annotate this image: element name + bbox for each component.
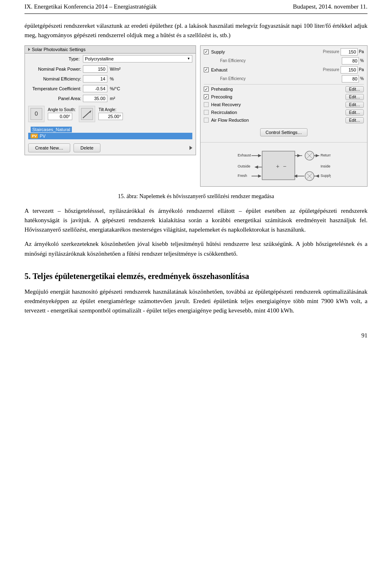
preheating-edit-button[interactable]: Edit… — [345, 86, 364, 92]
precooling-label: Precooling — [211, 94, 240, 99]
svg-text:Supply: Supply — [321, 174, 331, 178]
pv-label: PV — [40, 134, 46, 138]
svg-text:Return: Return — [321, 153, 331, 157]
section-number: 5. — [24, 272, 33, 281]
nominal-power-input[interactable] — [83, 65, 107, 73]
nominal-power-unit: W/m² — [109, 67, 120, 71]
type-label: Type: — [28, 56, 81, 61]
precooling-row: ✓ Precooling Edit… — [204, 94, 364, 100]
supply-pressure-unit: Pa — [359, 49, 364, 54]
type-dropdown[interactable]: Polycrystalline ▼ — [83, 55, 192, 62]
svg-text:−: − — [283, 163, 286, 170]
angle-to-south-input[interactable] — [48, 113, 72, 120]
page-number: 91 — [361, 332, 368, 339]
exhaust-fan-eff-input[interactable] — [342, 75, 359, 83]
section-heading: 5. Teljes épületenergetikai elemzés, ere… — [24, 271, 368, 281]
exhaust-pressure-input[interactable] — [341, 66, 358, 74]
control-settings-button[interactable]: Control Settings… — [260, 128, 307, 136]
temp-coeff-input[interactable] — [83, 85, 107, 92]
preheating-label: Preheating — [211, 87, 240, 92]
figure-caption: 15. ábra: Napelemek és hővisszanyerő sze… — [24, 193, 368, 200]
recirculation-checkbox[interactable] — [204, 110, 209, 115]
panel-area-label: Panel Area: — [28, 96, 81, 101]
panel-area-input[interactable] — [83, 95, 107, 102]
recirculation-row: Recirculation Edit… — [204, 109, 364, 116]
supply-fan-eff-input[interactable] — [342, 57, 359, 65]
intro-paragraph: épületgépészeti rendszereket választunk … — [24, 21, 368, 40]
exhaust-pressure-label: Pressure — [323, 67, 339, 72]
dropdown-arrow-icon: ▼ — [187, 57, 190, 60]
temp-coeff-label: Temperature Coefficient: — [28, 86, 81, 91]
vent-settings-top: ✓ Supply Pressure Pa Fan Efficiency % ✓ — [200, 46, 367, 142]
angle-to-south-field: Angle to South: — [48, 107, 76, 120]
exhaust-pressure-unit: Pa — [359, 67, 364, 72]
tilt-icon — [79, 106, 95, 122]
exhaust-fan-eff-unit: % — [360, 76, 364, 81]
supply-row: ✓ Supply Pressure Pa — [204, 48, 364, 56]
solar-pv-panel: Solar Photovoltaic Settings Type: Polycr… — [24, 45, 196, 155]
angle-section: 0 Angle to South: Tilt Angle: — [25, 103, 196, 125]
pv-icon: PV — [31, 134, 38, 138]
svg-text:+: + — [276, 163, 279, 170]
supply-fan-eff-label: Fan Efficiency — [220, 58, 246, 63]
page-number-container: 91 — [24, 332, 368, 339]
airflow-reduction-checkbox[interactable] — [204, 118, 209, 123]
create-new-button[interactable]: Create New… — [28, 143, 70, 152]
svg-text:0: 0 — [35, 110, 38, 117]
svg-text:Inside: Inside — [321, 164, 330, 168]
solar-panel-title: Solar Photovoltaic Settings — [25, 46, 196, 54]
heat-recovery-row: Heat Recovery Edit… — [204, 102, 364, 108]
nominal-efficiency-unit: % — [109, 76, 114, 81]
delete-button[interactable]: Delete — [74, 143, 100, 152]
paragraph2: Az árnyékoló szerkezeteknek köszönhetően… — [24, 239, 368, 259]
svg-text:Exhaust: Exhaust — [238, 153, 251, 157]
svg-text:Outside: Outside — [238, 164, 250, 168]
precooling-checkbox[interactable]: ✓ — [204, 94, 209, 99]
ventilation-panel: ✓ Supply Pressure Pa Fan Efficiency % ✓ — [200, 45, 368, 187]
solar-panel-title-label: Solar Photovoltaic Settings — [32, 47, 85, 52]
type-value: Polycrystalline — [85, 56, 114, 61]
collapse-icon — [28, 48, 30, 51]
compass-icon: 0 — [28, 106, 45, 122]
heat-recovery-checkbox[interactable] — [204, 102, 209, 107]
section-title: Teljes épületenergetikai elemzés, eredmé… — [33, 272, 249, 281]
staircases-label: Staircases_Natural — [31, 127, 72, 132]
pv-item: PV PV — [31, 134, 190, 138]
svg-text:Fresh: Fresh — [238, 174, 247, 178]
header-left: IX. Energetikai Konferencia 2014 – Energ… — [24, 3, 157, 10]
supply-fan-eff-unit: % — [360, 58, 364, 63]
header-right: Budapest, 2014. november 11. — [293, 3, 368, 10]
solar-button-row: Create New… Delete — [25, 141, 196, 155]
exhaust-row: ✓ Exhaust Pressure Pa — [204, 66, 364, 74]
vent-diagram-svg: Exhaust Outside Fresh + − — [237, 145, 331, 184]
precooling-edit-button[interactable]: Edit… — [345, 94, 364, 100]
heat-recovery-edit-button[interactable]: Edit… — [345, 102, 364, 108]
list-item-pv[interactable]: PV PV — [28, 133, 192, 139]
preheating-checkbox[interactable]: ✓ — [204, 87, 209, 92]
paragraph1: A tervezett – hőszigetelésssel, nyílászá… — [24, 206, 368, 235]
recirculation-label: Recirculation — [211, 110, 240, 115]
figure-container: Solar Photovoltaic Settings Type: Polycr… — [24, 45, 368, 187]
paragraph3: Megújuló energiát hasznosító gépészeti r… — [24, 287, 368, 316]
vent-diagram: Exhaust Outside Fresh + − — [200, 142, 367, 186]
tilt-angle-input[interactable] — [98, 113, 123, 120]
nominal-efficiency-label: Nominal Efficiency: — [28, 76, 81, 81]
airflow-reduction-edit-button[interactable]: Edit… — [345, 117, 364, 123]
pressure-label: Pressure — [323, 49, 339, 54]
supply-pressure-input[interactable] — [341, 48, 358, 56]
exhaust-checkbox[interactable]: ✓ — [204, 67, 209, 72]
nominal-efficiency-input[interactable] — [83, 75, 107, 83]
supply-checkbox[interactable]: ✓ — [204, 49, 209, 54]
nominal-power-label: Nominal Peak Power: — [28, 67, 81, 71]
list-item-staircases[interactable]: Staircases_Natural — [28, 126, 192, 133]
exhaust-fan-eff-row: Fan Efficiency % — [204, 75, 364, 83]
angle-to-south-label: Angle to South: — [48, 107, 76, 112]
airflow-reduction-row: Air Flow Reduction Edit… — [204, 117, 364, 123]
recirculation-edit-button[interactable]: Edit… — [345, 109, 364, 116]
tilt-angle-label: Tilt Angle: — [98, 107, 123, 112]
system-list: Staircases_Natural PV PV — [25, 125, 196, 141]
tilt-angle-field: Tilt Angle: — [98, 107, 123, 120]
heat-recovery-label: Heat Recovery — [211, 102, 241, 107]
temp-coeff-unit: %/°C — [109, 86, 120, 91]
preheating-row: ✓ Preheating Edit… — [204, 86, 364, 92]
